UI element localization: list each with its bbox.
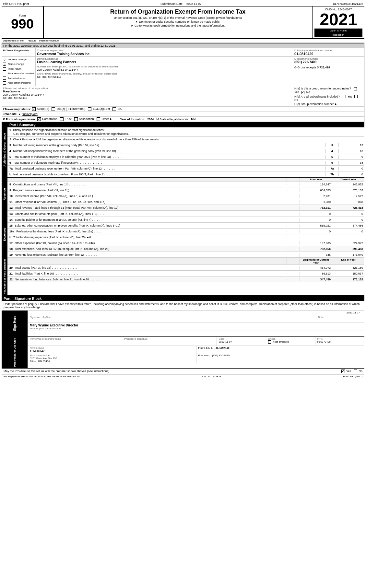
- preparer-self-employed: if self-employed: [268, 340, 313, 344]
- org-name: Government Training Services Inc: [37, 52, 291, 56]
- line7b-desc: b Net unrelated business taxable income …: [7, 172, 325, 176]
- line9-spacer: [287, 190, 300, 191]
- line15-desc: 15 Salaries, other compensation, employe…: [7, 224, 287, 228]
- application-pending-checkbox[interactable]: [3, 81, 6, 85]
- irs-discuss-no-checkbox[interactable]: [354, 370, 357, 373]
- self-employed-checkbox[interactable]: [268, 340, 271, 344]
- irs-discuss-yes-checkbox[interactable]: [341, 370, 345, 373]
- line13-spacer: [287, 214, 300, 214]
- penalties-text: Under penalties of perjury, I declare th…: [2, 301, 364, 311]
- prior-year-header: Prior Year: [300, 178, 332, 181]
- line16a-row: 16a Professional fundraising fees (Part …: [7, 229, 364, 234]
- group-return-yes-checkbox[interactable]: [354, 87, 357, 90]
- line10-spacer: [287, 196, 300, 196]
- hb-yes: Yes: [343, 95, 353, 98]
- line20-spacer: [287, 267, 300, 268]
- cat-no: Cat. No. 11282Y: [202, 375, 221, 378]
- tax-501c-checkbox[interactable]: [52, 107, 55, 111]
- other-checkbox[interactable]: [97, 117, 100, 121]
- line17-current: 324,972: [332, 241, 364, 245]
- ha-row: H(a) Is this a group return for subordin…: [294, 87, 363, 94]
- form-title: Return of Organization Exempt From Incom…: [47, 8, 309, 15]
- line7b-row: b Net unrelated business taxable income …: [7, 171, 364, 177]
- checks-dba-row: Address change Name change Initial retur…: [2, 57, 364, 86]
- line22-row: 22 Net assets or fund balances. Subtract…: [7, 276, 364, 282]
- group-return-box: H(a) Is this a group return for subordin…: [293, 86, 364, 106]
- all-sub-no-checkbox[interactable]: [354, 95, 358, 98]
- line2-num: 2: [9, 138, 11, 141]
- line9-desc: 9 Program service revenue (Part VIII, li…: [7, 188, 287, 192]
- principal-address1: 200 County Road B2 W 131447: [3, 93, 291, 96]
- line18-prior: 752,656: [300, 247, 332, 251]
- sign-here-outer: Sign Here: [2, 311, 28, 336]
- line1-num: 1: [9, 128, 11, 132]
- omb-box: OMB No. 1545-0047 2021 Open to Public In…: [313, 6, 364, 38]
- amended-return-checkbox[interactable]: [3, 76, 6, 80]
- dba-address-block: Doing business as Fusion Learning Partne…: [36, 57, 293, 86]
- sig-officer-row: Signature of officer Date: [28, 315, 364, 323]
- line22-desc: 22 Net assets or fund balances. Subtract…: [7, 277, 287, 281]
- line15-row: 15 Salaries, other compensation, employe…: [7, 223, 364, 229]
- tax-4947-checkbox[interactable]: [88, 107, 91, 111]
- tax-501c3-checkbox[interactable]: [32, 107, 36, 111]
- sign-date-label: Date: [316, 315, 364, 323]
- year-display: 2021: [314, 11, 362, 28]
- revenue-sidebar: Revenue: [2, 178, 7, 211]
- name-change-checkbox[interactable]: [3, 63, 6, 66]
- initial-return-checkbox[interactable]: [3, 67, 6, 71]
- line16a-prior: 0: [300, 229, 332, 233]
- tax-501c3: 501(c)(3): [32, 107, 49, 111]
- org-name-label: C Name of organization: [37, 49, 291, 52]
- part1-header: Part I Summary: [7, 122, 364, 127]
- line7a-desc: 7a Total unrelated business revenue from…: [7, 167, 325, 171]
- preparer-check-col: Check if self-employed: [266, 337, 315, 346]
- address-change-checkbox[interactable]: [3, 58, 6, 61]
- form-org-trust: Trust: [60, 117, 72, 121]
- subtitle2: ► Do not enter social security numbers o…: [47, 20, 309, 23]
- line2-desc: Check this box ►☐ if the organization di…: [13, 138, 159, 141]
- check-name-change: Name change: [3, 62, 34, 66]
- paperwork-label: For Paperwork Reduction Act Notice, see …: [4, 375, 81, 378]
- line17-row: 17 Other expenses (Part IX, column (A), …: [7, 240, 364, 246]
- preparer-fields: Print/Type preparer's name Preparer's si…: [28, 337, 364, 368]
- line20-row: 20 Total assets (Part X, line 16) . . . …: [7, 265, 364, 271]
- current-year-header: Current Year: [332, 178, 364, 181]
- irs-url[interactable]: www.irs.gov/Form990: [143, 24, 171, 27]
- line8-current: 146,925: [332, 182, 364, 186]
- group-return-no-checkbox[interactable]: [301, 91, 304, 94]
- line9-prior: 634,053: [300, 188, 332, 192]
- website-row: J Website: ► fusionlp.org: [2, 112, 364, 117]
- line5-row: 5 Total number of individuals employed i…: [7, 154, 364, 160]
- line17-spacer: [287, 243, 300, 243]
- line1-desc: Briefly describe the organization's miss…: [13, 128, 105, 132]
- part1-section: Activities & Governance Part I Summary 1…: [2, 122, 364, 177]
- phone-value: (651) 222-7409: [294, 60, 363, 64]
- form-990-page: efile GRAPHIC print Submission Date - 20…: [0, 0, 366, 380]
- irs-discuss-no: No: [354, 370, 362, 373]
- line20-end: 323,189: [332, 266, 364, 270]
- sig-officer-area: Signature of officer: [28, 315, 316, 323]
- line21-begin: 86,613: [300, 272, 332, 276]
- line7b-val: 0: [338, 172, 364, 176]
- tax-exempt-row: I Tax-exempt status: 501(c)(3) 501(c) ( …: [2, 107, 364, 112]
- line19-current: -171,040: [332, 253, 364, 257]
- line1-text: GTS designs, convenes and supports educa…: [9, 132, 362, 135]
- corporation-checkbox[interactable]: [37, 117, 41, 121]
- line10-current: 2,522: [332, 194, 364, 198]
- firm-ein-value: 41-1397419: [216, 347, 230, 349]
- final-return-checkbox[interactable]: [3, 72, 6, 75]
- all-sub-yes-checkbox[interactable]: [343, 95, 346, 98]
- line21-row: 21 Total liabilities (Part X, line 26) .…: [7, 271, 364, 276]
- expenses-section: Expenses 13 Grants and similar amounts p…: [2, 211, 364, 258]
- part1-sidebar: Activities & Governance: [2, 122, 7, 177]
- association-checkbox[interactable]: [74, 117, 78, 121]
- tax-527-checkbox[interactable]: [112, 107, 116, 111]
- line7a-num: 7a: [325, 167, 338, 171]
- line7b-num: 7b: [325, 172, 338, 176]
- line5-desc: 5 Total number of individuals employed i…: [7, 155, 325, 159]
- firm-name-col: Firm's name ► Abdo LLP: [28, 346, 196, 353]
- org-city: St Paul, MN 55113: [37, 75, 291, 78]
- website-value[interactable]: fusionlp.org: [22, 112, 38, 116]
- trust-checkbox[interactable]: [60, 117, 64, 121]
- empty-col: [7, 178, 287, 181]
